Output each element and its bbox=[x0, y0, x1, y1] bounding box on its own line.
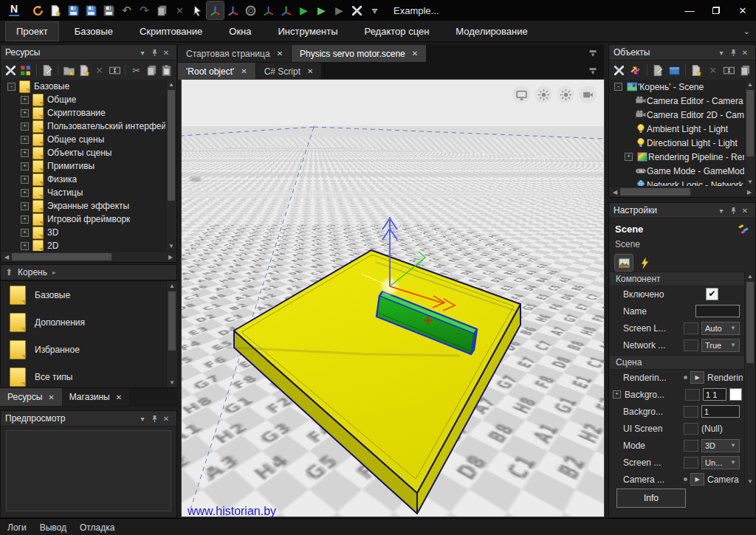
tab-close-icon[interactable]: ✕ bbox=[277, 49, 283, 58]
close-icon[interactable]: ✕ bbox=[739, 46, 751, 58]
duplicate-button[interactable] bbox=[154, 1, 171, 19]
scroll-right-icon[interactable]: ▶ bbox=[744, 189, 755, 196]
new-file-button[interactable] bbox=[47, 1, 64, 19]
reference-expand-button[interactable]: ▶ bbox=[690, 473, 704, 486]
pin-icon[interactable] bbox=[148, 413, 160, 424]
delete-button[interactable]: ✕ bbox=[92, 63, 106, 78]
folder-list-item[interactable]: Все типы bbox=[1, 363, 176, 388]
page-star-button[interactable] bbox=[78, 63, 92, 78]
breadcrumb[interactable]: ⬆ Корень ▸ bbox=[0, 264, 177, 280]
colored-button[interactable] bbox=[19, 63, 33, 78]
restore-button[interactable] bbox=[703, 0, 729, 21]
folder-list-item[interactable]: Избранное bbox=[1, 336, 176, 363]
resources-tree-item[interactable]: +Пользовательский интерфейс bbox=[1, 120, 176, 133]
scroll-down-icon[interactable]: ▼ bbox=[167, 378, 177, 387]
cursor-button[interactable] bbox=[189, 1, 206, 19]
expander-icon[interactable]: + bbox=[21, 136, 29, 144]
default-value-box[interactable] bbox=[684, 406, 698, 418]
dropdown-select[interactable]: 3D▼ bbox=[701, 439, 740, 452]
status-tab-Отладка[interactable]: Отладка bbox=[80, 522, 114, 533]
menu-item-Базовые[interactable]: Базовые bbox=[64, 22, 123, 41]
paste-button[interactable] bbox=[159, 63, 173, 78]
overflow-button[interactable]: ▬▾ bbox=[366, 1, 383, 19]
resources-tree-vscrollbar[interactable]: ▲ ▼ bbox=[165, 80, 176, 251]
scroll-left-icon[interactable]: ◀ bbox=[610, 189, 620, 196]
default-value-box[interactable] bbox=[684, 440, 698, 452]
tab-list-icon[interactable]: ▬▾ bbox=[588, 48, 598, 57]
status-tab-Логи[interactable]: Логи bbox=[7, 522, 27, 533]
resources-tree-item[interactable]: +2D bbox=[1, 239, 176, 251]
vidcam-button[interactable] bbox=[579, 86, 597, 103]
rename-button[interactable] bbox=[108, 63, 122, 78]
copy-button[interactable] bbox=[145, 63, 159, 78]
minimize-button[interactable]: — bbox=[676, 0, 703, 21]
sun-button[interactable] bbox=[557, 86, 574, 103]
tools-button[interactable] bbox=[4, 63, 18, 78]
info-button[interactable]: Info bbox=[616, 489, 686, 508]
name-input[interactable] bbox=[695, 305, 740, 317]
value-input[interactable] bbox=[701, 405, 740, 418]
rename-button[interactable] bbox=[721, 63, 736, 78]
objects-tree-item[interactable]: Ambient Light - Light bbox=[610, 122, 744, 136]
bottom-tab-Ресурсы[interactable]: Ресурсы✕ bbox=[0, 388, 62, 406]
objects-tree-item[interactable]: Camera Editor - Camera bbox=[610, 94, 744, 108]
resources-tree-item[interactable]: +Частицы bbox=[1, 186, 176, 199]
resources-tree-item[interactable]: +Экранные эффекты bbox=[1, 199, 176, 213]
folder-list-item[interactable]: Базовые bbox=[1, 281, 176, 308]
up-arrow-icon[interactable]: ⬆ bbox=[5, 267, 13, 277]
objects-tree-item[interactable]: +Rendering Pipeline - Ren bbox=[610, 150, 744, 164]
tab-close-icon[interactable]: ✕ bbox=[48, 393, 54, 401]
objects-tree-vscrollbar[interactable]: ▲ ▼ bbox=[744, 80, 755, 187]
expander-icon[interactable]: + bbox=[21, 176, 29, 184]
folder-list-vscrollbar[interactable]: ▲ ▼ bbox=[166, 281, 177, 387]
tab-events[interactable] bbox=[636, 255, 653, 271]
expander-icon[interactable]: + bbox=[21, 202, 29, 210]
expander-icon[interactable]: + bbox=[21, 215, 29, 224]
resources-tree-item[interactable]: +Скриптование bbox=[1, 106, 176, 120]
menu-item-Скриптование[interactable]: Скриптование bbox=[129, 22, 213, 41]
scroll-left-icon[interactable]: ◀ bbox=[1, 254, 12, 260]
close-button[interactable]: ✕ bbox=[729, 0, 756, 21]
transform-button[interactable] bbox=[278, 1, 295, 19]
delete-button[interactable]: ✕ bbox=[171, 1, 188, 19]
expander-icon[interactable]: + bbox=[625, 153, 633, 161]
scene-viewport[interactable]: A7A1A3A5B6B8B2B4B6C5C7C1C3C5C7D4D6D8D2D4… bbox=[182, 80, 604, 517]
tab-close-icon[interactable]: ✕ bbox=[241, 67, 247, 75]
folder-star-button[interactable] bbox=[62, 63, 76, 78]
undo-button[interactable]: ↶ bbox=[118, 1, 135, 19]
reference-expand-button[interactable]: ▶ bbox=[690, 371, 704, 384]
default-value-box[interactable] bbox=[684, 339, 698, 351]
redo-button[interactable]: ↷ bbox=[136, 1, 153, 19]
expander-icon[interactable]: + bbox=[21, 122, 29, 131]
scroll-up-icon[interactable]: ▲ bbox=[745, 272, 755, 281]
resources-tree-item[interactable]: +Примитивы bbox=[1, 159, 176, 173]
objects-tree-item[interactable]: Directional Light - Light bbox=[610, 136, 744, 150]
menu-item-Инструменты[interactable]: Инструменты bbox=[268, 22, 348, 41]
reference-value[interactable]: Camera bbox=[707, 474, 743, 485]
expander-icon[interactable]: + bbox=[21, 109, 29, 117]
scroll-down-icon[interactable]: ▼ bbox=[745, 477, 755, 486]
pin-icon[interactable] bbox=[727, 204, 739, 216]
tab-close-icon[interactable]: ✕ bbox=[412, 49, 418, 58]
scroll-up-icon[interactable]: ▲ bbox=[166, 80, 176, 89]
scroll-up-icon[interactable]: ▲ bbox=[167, 281, 177, 291]
objects-tree-item[interactable]: Game Mode - GameMode bbox=[610, 164, 744, 178]
expander-icon[interactable]: + bbox=[21, 162, 29, 170]
menu-overflow-icon[interactable]: ⌄ bbox=[743, 27, 750, 36]
panel-menu-icon[interactable]: ▾ bbox=[715, 204, 727, 216]
menu-item-Моделирование[interactable]: Моделирование bbox=[445, 22, 537, 41]
save-all-button[interactable] bbox=[100, 1, 117, 19]
scroll-down-icon[interactable]: ▼ bbox=[166, 241, 176, 251]
bottom-tab-Магазины[interactable]: Магазины✕ bbox=[62, 388, 129, 406]
dropdown-select[interactable]: Auto▼ bbox=[701, 322, 740, 335]
tab-close-icon[interactable]: ✕ bbox=[307, 67, 313, 75]
platform-object[interactable] bbox=[219, 250, 520, 514]
color-value-input[interactable] bbox=[703, 388, 726, 401]
expander-icon[interactable]: + bbox=[21, 189, 29, 197]
expander-icon[interactable]: - bbox=[614, 83, 622, 91]
default-value-box[interactable] bbox=[684, 322, 698, 334]
document-tab[interactable]: Стартовая страница✕ bbox=[178, 45, 291, 62]
expander-icon[interactable]: + bbox=[21, 229, 29, 237]
menu-item-Редактор сцен[interactable]: Редактор сцен bbox=[354, 22, 440, 41]
dropdown-select[interactable]: True▼ bbox=[701, 339, 740, 352]
